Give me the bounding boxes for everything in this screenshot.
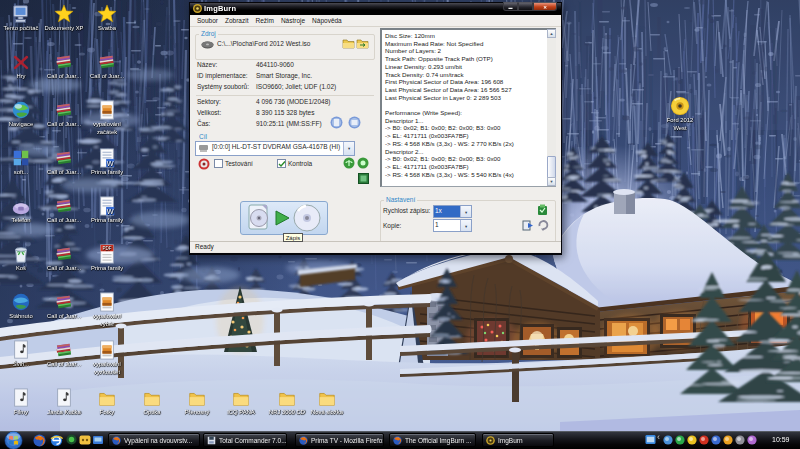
svg-text:W: W <box>107 159 114 168</box>
svg-text:W: W <box>107 207 114 216</box>
svg-text:PDF: PDF <box>102 246 111 251</box>
